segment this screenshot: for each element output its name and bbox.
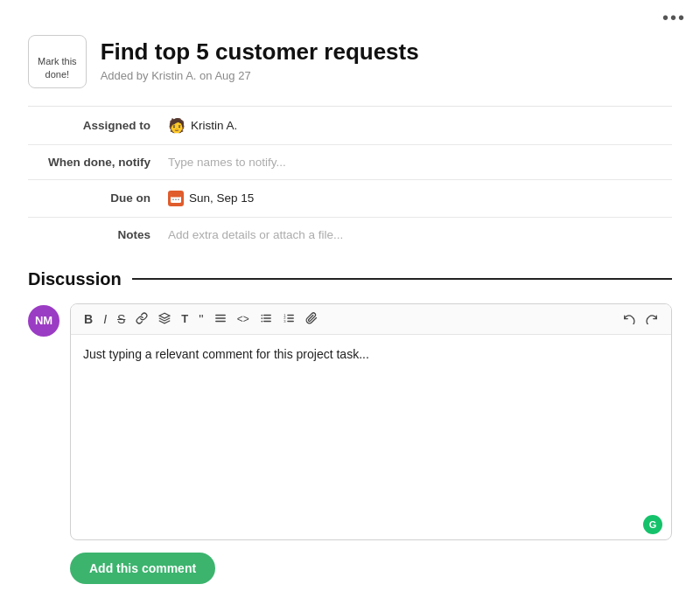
svg-point-12 [261, 317, 262, 319]
bold-button[interactable]: B [80, 310, 97, 328]
due-on-row: Due on Sun, Sep 15 [28, 180, 672, 218]
task-meta: Added by Kristin A. on Aug 27 [101, 69, 419, 82]
link-button[interactable] [131, 309, 152, 329]
svg-rect-3 [178, 193, 179, 196]
svg-rect-2 [173, 193, 175, 196]
editor-toolbar: B I S T " [71, 304, 671, 335]
quote-button[interactable]: " [194, 309, 207, 328]
attach-button[interactable] [301, 309, 322, 329]
comment-area: NM B I S T " [28, 303, 672, 540]
user-avatar: NM [28, 305, 60, 337]
calendar-icon [168, 191, 184, 206]
italic-button[interactable]: I [99, 310, 111, 328]
mark-done-button[interactable]: Mark this done! [28, 35, 87, 88]
undo-button[interactable] [619, 309, 640, 329]
assigned-to-row: Assigned to 🧑 Kristin A. [28, 107, 672, 145]
svg-rect-1 [171, 194, 181, 198]
task-title-area: Find top 5 customer requests Added by Kr… [101, 35, 419, 82]
code-button[interactable]: <> [233, 311, 254, 327]
editor-bottom-bar: G [71, 510, 671, 539]
discussion-section: Discussion NM B I S [0, 252, 700, 584]
assigned-to-label: Assigned to [28, 119, 168, 132]
svg-rect-6 [178, 198, 179, 200]
top-bar: ••• [0, 0, 700, 31]
assigned-to-value[interactable]: 🧑 Kristin A. [168, 117, 237, 134]
notes-row: Notes Add extra details or attach a file… [28, 218, 672, 252]
bullet-list-button[interactable] [256, 309, 276, 329]
svg-point-14 [261, 321, 262, 323]
due-on-value[interactable]: Sun, Sep 15 [168, 191, 254, 206]
editor-content[interactable]: Just typing a relevant comment for this … [71, 335, 671, 510]
strikethrough-button[interactable]: S [113, 310, 130, 328]
discussion-divider [132, 278, 672, 280]
notes-input[interactable]: Add extra details or attach a file... [168, 228, 343, 241]
numbered-list-button[interactable]: 1 2 3 [278, 309, 299, 329]
notes-label: Notes [28, 228, 168, 241]
align-button[interactable] [210, 309, 231, 329]
comment-editor[interactable]: B I S T " [70, 303, 672, 540]
task-header: Mark this done! Find top 5 customer requ… [0, 31, 700, 106]
svg-rect-4 [172, 198, 174, 200]
due-on-label: Due on [28, 191, 168, 205]
notify-input[interactable]: Type names to notify... [168, 156, 286, 169]
notify-label: When done, notify [28, 156, 168, 169]
discussion-title: Discussion [28, 269, 122, 289]
more-options-button[interactable]: ••• [662, 9, 686, 26]
task-title: Find top 5 customer requests [101, 38, 419, 66]
fields-section: Assigned to 🧑 Kristin A. When done, noti… [0, 107, 700, 252]
avatar-emoji: 🧑 [168, 117, 186, 134]
discussion-header: Discussion [28, 269, 672, 289]
grammarly-icon: G [643, 515, 662, 534]
add-comment-button[interactable]: Add this comment [70, 553, 215, 584]
svg-point-10 [261, 315, 262, 316]
notify-row: When done, notify Type names to notify..… [28, 145, 672, 180]
redo-button[interactable] [641, 309, 662, 329]
highlight-button[interactable] [154, 309, 175, 329]
text-format-button[interactable]: T [177, 310, 192, 327]
svg-text:3: 3 [284, 319, 286, 323]
svg-rect-5 [175, 198, 177, 200]
